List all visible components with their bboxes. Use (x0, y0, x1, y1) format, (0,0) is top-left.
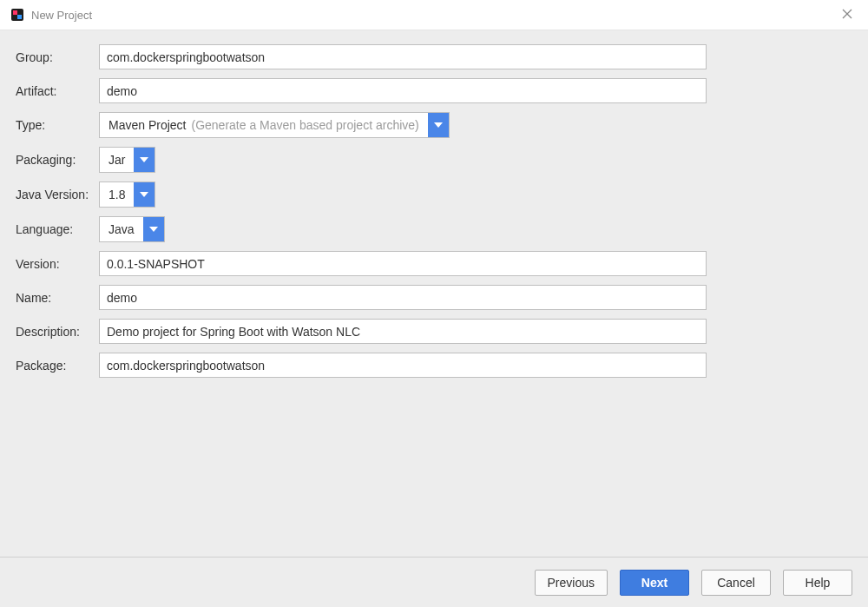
java-version-select[interactable]: 1.8 (99, 181, 155, 208)
language-select[interactable]: Java (99, 216, 165, 242)
chevron-down-icon (140, 157, 148, 162)
next-button[interactable]: Next (620, 570, 689, 596)
svg-rect-1 (13, 10, 17, 15)
help-button[interactable]: Help (783, 570, 852, 596)
packaging-value: Jar (108, 153, 125, 167)
window-title: New Project (31, 9, 92, 22)
chevron-down-icon (149, 227, 158, 232)
chevron-down-icon (434, 122, 443, 128)
previous-button[interactable]: Previous (535, 570, 608, 596)
svg-rect-2 (17, 15, 22, 19)
language-dropdown-button[interactable] (143, 217, 164, 241)
version-label: Version: (16, 257, 99, 271)
packaging-dropdown-button[interactable] (134, 148, 155, 172)
name-label: Name: (16, 291, 99, 305)
description-input[interactable] (99, 319, 707, 344)
description-label: Description: (16, 325, 99, 339)
java-version-value: 1.8 (108, 188, 125, 201)
artifact-input[interactable] (99, 78, 707, 103)
form-panel: Group: Artifact: Type: Maven Project (Ge… (0, 30, 868, 557)
type-hint: (Generate a Maven based project archive) (191, 118, 418, 132)
titlebar: New Project (0, 0, 868, 30)
java-version-label: Java Version: (16, 188, 99, 201)
type-dropdown-button[interactable] (428, 113, 449, 137)
packaging-select[interactable]: Jar (99, 147, 155, 173)
dialog-footer: Previous Next Cancel Help (0, 557, 868, 607)
group-input[interactable] (99, 44, 707, 69)
package-input[interactable] (99, 353, 707, 378)
language-value: Java (108, 222, 135, 236)
close-button[interactable] (838, 5, 856, 23)
app-icon (10, 8, 24, 22)
cancel-button[interactable]: Cancel (701, 570, 771, 596)
artifact-label: Artifact: (16, 84, 99, 98)
chevron-down-icon (140, 192, 148, 197)
language-label: Language: (16, 222, 99, 236)
name-input[interactable] (99, 285, 707, 310)
package-label: Package: (16, 359, 99, 373)
type-select[interactable]: Maven Project (Generate a Maven based pr… (99, 112, 450, 138)
type-value: Maven Project (108, 118, 186, 132)
java-version-dropdown-button[interactable] (134, 182, 155, 207)
type-label: Type: (16, 118, 99, 132)
packaging-label: Packaging: (16, 153, 99, 167)
version-input[interactable] (99, 251, 707, 276)
group-label: Group: (16, 50, 99, 64)
